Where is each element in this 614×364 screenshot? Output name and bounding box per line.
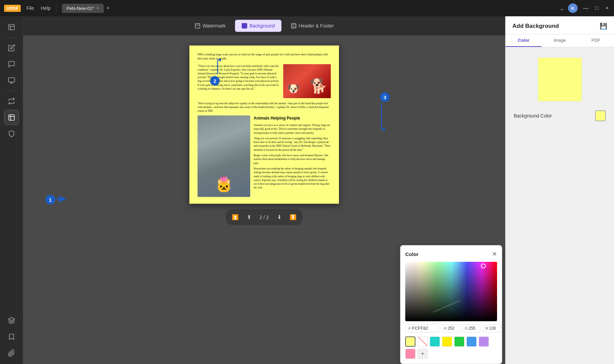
pdf-dog-image: 🐕 🐶 <box>283 64 331 98</box>
sidebar-icon-protect[interactable] <box>4 126 19 141</box>
toolbar: Watermark Background Header & Footer <box>23 16 505 35</box>
svg-rect-8 <box>195 23 200 28</box>
arrow-2 <box>214 58 221 75</box>
bg-color-label: Background Color <box>514 113 552 119</box>
r-value: 252 <box>448 326 457 331</box>
last-page-button[interactable]: ⏬ <box>287 213 299 222</box>
r-label: R <box>444 326 447 330</box>
background-label: Background <box>250 23 275 29</box>
user-avatar[interactable]: K <box>568 3 578 13</box>
header-footer-button[interactable]: Header & Footer <box>284 20 341 32</box>
tab-bar: Pets-New-01* × + <box>62 4 554 13</box>
preset-blue[interactable] <box>466 336 477 347</box>
preset-colors: + <box>405 336 497 359</box>
svg-rect-3 <box>8 78 14 82</box>
next-page-button[interactable]: ⬇ <box>274 213 284 222</box>
annotation-badge-2: 2 <box>210 76 220 86</box>
sidebar-icon-attachment[interactable] <box>4 346 19 361</box>
tab-pdf[interactable]: PDF <box>578 34 614 47</box>
preset-yellow2[interactable] <box>442 336 452 347</box>
right-panel: Add Background 💾 Color Image PDF Backgro… <box>505 16 614 364</box>
sidebar-icon-edit[interactable] <box>4 40 19 55</box>
maximize-button[interactable]: □ <box>594 5 600 11</box>
sidebar-icon-convert[interactable] <box>4 94 19 109</box>
pdf-quote2: "We're trying to tap into the subjective… <box>198 102 331 113</box>
annotation-badge-3: 3 <box>380 92 390 102</box>
pdf-body: Animals can serve as a source of comfort… <box>254 123 331 190</box>
svg-rect-0 <box>8 24 14 30</box>
menu-bar: File Help <box>26 5 50 11</box>
color-picker-title: Color <box>405 251 419 257</box>
header-footer-label: Header & Footer <box>299 23 334 29</box>
save-template-button[interactable]: 💾 <box>600 22 607 30</box>
right-panel-body: Background Color <box>506 47 614 364</box>
svg-rect-10 <box>242 23 247 28</box>
preset-pink[interactable] <box>405 349 415 359</box>
b-label: B <box>485 326 488 330</box>
menu-help[interactable]: Help <box>41 5 51 11</box>
sidebar-icon-organize[interactable] <box>4 73 19 88</box>
add-color-button[interactable]: + <box>417 349 428 359</box>
sidebar-bottom <box>4 313 19 361</box>
preset-transparent[interactable] <box>417 336 428 347</box>
sidebar-icon-comment[interactable] <box>4 57 19 72</box>
new-tab-button[interactable]: + <box>106 5 110 12</box>
pdf-bottom-section: 🌷 🐱 Animals Helping People Animals can s… <box>198 115 331 197</box>
hex-input[interactable] <box>412 326 436 331</box>
preset-teal[interactable] <box>430 336 440 347</box>
sidebar-icon-layers[interactable] <box>4 313 19 328</box>
pdf-cat-image: 🌷 🐱 <box>198 115 250 197</box>
minimize-dropdown-icon[interactable]: ⌄ <box>560 5 564 12</box>
left-sidebar <box>0 16 23 364</box>
app-logo: UPDF <box>4 5 21 12</box>
active-tab[interactable]: Pets-New-01* × <box>62 4 104 13</box>
bg-color-row: Background Color <box>512 110 607 121</box>
r-input-wrap: R 252 <box>442 324 460 332</box>
sidebar-icon-bookmark[interactable] <box>4 329 19 344</box>
color-preview <box>538 57 582 102</box>
svg-rect-6 <box>8 115 14 121</box>
preset-green[interactable] <box>454 336 464 347</box>
color-gradient-area[interactable] <box>405 262 497 321</box>
g-input-wrap: G 255 <box>462 324 481 332</box>
tab-label: Pets-New-01* <box>67 6 94 11</box>
pdf-animals-section: Animals Helping People Animals can serve… <box>254 115 331 197</box>
sidebar-sep-1 <box>5 37 18 38</box>
pdf-section-title: Animals Helping People <box>254 115 331 121</box>
watermark-button[interactable]: Watermark <box>188 20 232 32</box>
bg-color-swatch[interactable] <box>595 110 606 121</box>
tab-close-button[interactable]: × <box>97 6 99 11</box>
close-button[interactable]: × <box>604 5 610 11</box>
sidebar-icon-background[interactable] <box>4 110 19 125</box>
titlebar-actions: ⌄ K — □ × <box>560 3 610 13</box>
background-button[interactable]: Background <box>235 20 282 32</box>
color-picker-header: Color ✕ <box>405 250 497 258</box>
right-panel-title: Add Background <box>512 23 559 30</box>
preset-yellow[interactable] <box>405 336 415 347</box>
color-picker-close-button[interactable]: ✕ <box>492 250 497 258</box>
hex-input-wrap: # <box>405 324 439 332</box>
hex-label: # <box>408 326 411 331</box>
watermark-label: Watermark <box>203 23 226 29</box>
sidebar-icon-reader[interactable] <box>4 20 19 35</box>
g-value: 255 <box>468 326 478 331</box>
color-inputs-row: # R 252 G 255 B 130 <box>405 324 497 332</box>
titlebar-divider <box>56 3 56 13</box>
tab-color[interactable]: Color <box>506 34 542 47</box>
menu-file[interactable]: File <box>26 5 34 11</box>
minimize-button[interactable]: — <box>582 5 590 11</box>
preset-purple[interactable] <box>479 336 489 347</box>
color-picker-panel: Color ✕ # R 252 <box>400 245 502 364</box>
main-area: Watermark Background Header & Footer 1 <box>0 16 614 364</box>
tab-image[interactable]: Image <box>542 34 578 47</box>
b-input-wrap: B 130 <box>483 324 501 332</box>
svg-marker-7 <box>8 317 14 321</box>
prev-page-button[interactable]: ⬆ <box>244 213 254 222</box>
right-panel-tabs: Color Image PDF <box>506 34 614 47</box>
page-nav: ⏫ ⬆ 2 / 2 ⬇ ⏬ <box>226 209 302 225</box>
titlebar: UPDF File Help Pets-New-01* × + ⌄ K — □ … <box>0 0 614 16</box>
right-panel-header: Add Background 💾 <box>506 16 614 34</box>
page-info: 2 / 2 <box>257 215 271 220</box>
arrow-3 <box>378 102 385 132</box>
first-page-button[interactable]: ⏫ <box>229 213 241 222</box>
